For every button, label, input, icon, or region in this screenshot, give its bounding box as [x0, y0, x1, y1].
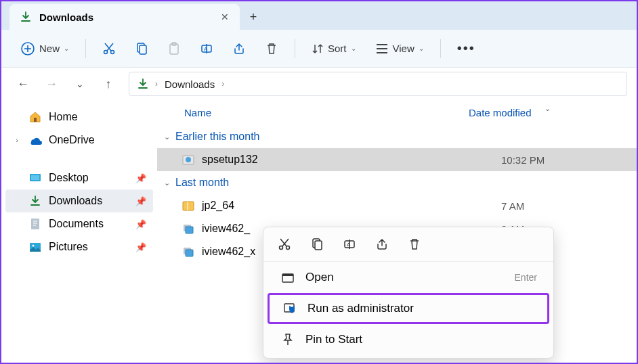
- pin-icon: 📌: [135, 219, 146, 229]
- installer-icon: [182, 245, 195, 258]
- share-button[interactable]: [373, 235, 391, 253]
- separator: [295, 39, 295, 58]
- share-button[interactable]: [226, 38, 253, 60]
- group-header[interactable]: ⌄ Last month: [157, 171, 637, 194]
- up-button[interactable]: ↑: [96, 72, 121, 96]
- back-button[interactable]: ←: [11, 72, 35, 96]
- recent-button[interactable]: ⌄: [68, 72, 92, 96]
- column-name[interactable]: Name: [184, 107, 469, 118]
- svg-point-23: [286, 246, 290, 250]
- svg-rect-19: [186, 227, 193, 233]
- pictures-icon: [28, 242, 42, 252]
- copy-button[interactable]: [308, 235, 326, 253]
- toolbar: New ⌄ A Sort ⌄ View ⌄ •••: [1, 30, 637, 68]
- rename-icon: A: [343, 237, 356, 251]
- svg-rect-29: [282, 274, 293, 276]
- separator: [440, 39, 441, 58]
- sidebar-item-pictures[interactable]: Pictures 📌: [5, 235, 153, 258]
- file-row[interactable]: jp2_64 7 AM: [157, 194, 637, 217]
- column-date[interactable]: Date modified ⌄: [469, 107, 532, 118]
- sidebar-item-onedrive[interactable]: › OneDrive: [5, 129, 153, 152]
- share-icon: [232, 42, 246, 55]
- svg-text:A: A: [347, 242, 351, 248]
- sidebar-item-home[interactable]: Home: [5, 106, 153, 129]
- address-bar[interactable]: › Downloads ›: [129, 72, 627, 96]
- chevron-down-icon: ⌄: [164, 133, 170, 141]
- chevron-down-icon: ⌄: [64, 45, 69, 52]
- scissors-icon: [102, 42, 116, 55]
- pin-icon: 📌: [135, 173, 146, 183]
- new-icon: [20, 41, 35, 56]
- chevron-down-icon: ⌄: [351, 45, 356, 52]
- sort-icon: [312, 43, 324, 55]
- delete-button[interactable]: [406, 235, 423, 253]
- svg-rect-17: [183, 202, 194, 210]
- close-tab-button[interactable]: ✕: [221, 12, 229, 22]
- paste-icon: [167, 42, 181, 55]
- svg-text:A: A: [204, 46, 208, 52]
- separator: [85, 39, 86, 58]
- breadcrumb-segment[interactable]: Downloads: [165, 78, 215, 90]
- sort-button[interactable]: Sort ⌄: [305, 39, 363, 59]
- rename-icon: A: [200, 42, 213, 55]
- context-menu: A Open Enter Run as administrator Pin to…: [263, 227, 554, 359]
- desktop-icon: [28, 173, 42, 183]
- svg-point-14: [33, 244, 35, 246]
- cut-button[interactable]: [276, 235, 293, 253]
- copy-icon: [310, 237, 324, 251]
- context-run-admin[interactable]: Run as administrator: [268, 293, 549, 324]
- chevron-right-icon: ›: [12, 136, 22, 144]
- copy-button[interactable]: [128, 38, 155, 60]
- chevron-down-icon: ⌄: [545, 104, 551, 113]
- home-icon: [28, 111, 42, 123]
- trash-icon: [408, 237, 421, 251]
- sidebar-item-documents[interactable]: Documents 📌: [5, 212, 153, 235]
- rename-button[interactable]: A: [341, 235, 358, 253]
- scissors-icon: [278, 237, 291, 251]
- tab-title: Downloads: [39, 12, 213, 23]
- sidebar-item-desktop[interactable]: Desktop 📌: [5, 166, 153, 189]
- tab-bar: Downloads ✕ +: [1, 1, 637, 30]
- view-button[interactable]: View ⌄: [368, 39, 431, 59]
- rename-button[interactable]: A: [193, 38, 220, 60]
- delete-button[interactable]: [258, 38, 285, 60]
- group-header[interactable]: ⌄ Earlier this month: [157, 125, 637, 148]
- documents-icon: [28, 218, 42, 230]
- sidebar-item-downloads[interactable]: Downloads 📌: [5, 189, 153, 212]
- forward-button[interactable]: →: [39, 72, 64, 96]
- svg-point-2: [111, 50, 114, 53]
- tab-downloads[interactable]: Downloads ✕: [9, 4, 240, 30]
- view-icon: [375, 43, 389, 55]
- svg-rect-9: [34, 118, 37, 122]
- onedrive-icon: [28, 135, 42, 145]
- chevron-down-icon: ⌄: [419, 45, 424, 52]
- trash-icon: [265, 42, 278, 55]
- context-pin-start[interactable]: Pin to Start: [268, 326, 549, 353]
- more-button[interactable]: •••: [450, 37, 482, 60]
- new-button[interactable]: New ⌄: [14, 37, 76, 60]
- svg-rect-4: [140, 45, 146, 54]
- svg-rect-21: [186, 250, 193, 256]
- shield-icon: [282, 302, 298, 315]
- open-icon: [280, 271, 296, 283]
- share-icon: [375, 237, 389, 251]
- column-headers: Name Date modified ⌄: [157, 100, 637, 125]
- chevron-right-icon: ›: [221, 79, 224, 89]
- downloads-icon: [137, 78, 148, 89]
- svg-rect-25: [315, 241, 322, 250]
- file-row[interactable]: spsetup132 10:32 PM: [157, 148, 637, 171]
- archive-icon: [182, 199, 195, 212]
- new-tab-button[interactable]: +: [240, 4, 267, 30]
- context-open[interactable]: Open Enter: [268, 264, 549, 291]
- downloads-icon: [20, 12, 31, 22]
- pin-icon: [280, 333, 296, 346]
- svg-point-1: [104, 50, 108, 53]
- cut-button[interactable]: [95, 38, 123, 60]
- svg-rect-12: [31, 219, 39, 229]
- sidebar: Home › OneDrive Desktop 📌 Downloads 📌: [1, 100, 157, 363]
- paste-button[interactable]: [161, 38, 188, 60]
- installer-icon: [182, 222, 195, 235]
- svg-point-16: [186, 157, 191, 162]
- installer-icon: [182, 153, 195, 166]
- pin-icon: 📌: [135, 196, 146, 206]
